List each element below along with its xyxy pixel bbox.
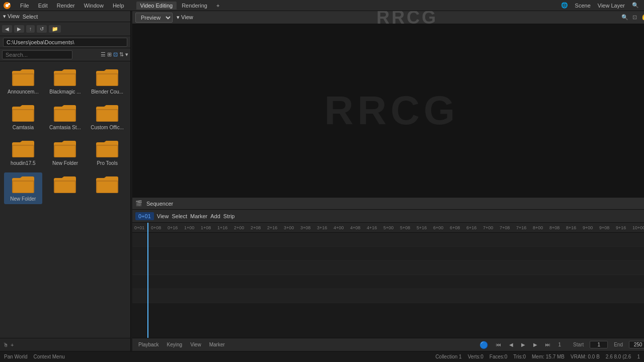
file-item-5[interactable]: Custom Offic... [88,101,126,133]
scene-label: Scene [573,2,593,10]
next-keyframe-btn[interactable]: ⏭ [543,341,552,348]
folder-icon-1 [53,67,77,87]
sort-icon[interactable]: ⇅ [119,51,124,58]
view-dropdown[interactable]: ▾ View [177,14,193,21]
file-item-11[interactable] [88,172,126,204]
menu-window[interactable]: Window [82,2,106,10]
folder-icon-6 [11,139,35,159]
footer-icon-add[interactable]: + [11,342,14,348]
footer-icon-cursor[interactable]: 🖱 [3,342,9,348]
path-input[interactable] [3,38,127,47]
header-view[interactable]: ▾ View [3,13,20,20]
ruler-mark-7: 2+08 [251,225,267,230]
end-label: End [612,341,625,348]
file-item-10[interactable] [46,172,85,204]
menu-render[interactable]: Render [55,2,77,10]
sequencer-timeline[interactable]: 0+010+080+161+001+081+162+002+082+163+00… [132,223,644,338]
nav-parent-button[interactable]: ↑ [26,25,35,33]
ruler-mark-15: 5+00 [383,225,400,230]
playback-btn[interactable]: Playback [136,341,161,348]
marker-btn[interactable]: Marker [207,341,227,348]
ruler-mark-19: 6+08 [450,225,466,230]
header-select[interactable]: Select [23,14,38,20]
tris-status: Tris:0 [513,354,526,359]
sequencer-header: 🎬 Sequencer [132,198,644,210]
main-layout: ▾ View Select ◀ ▶ ↑ ↺ 📁 ☰ ⊞ ⊡ ⇅ ▾ [0,11,644,351]
ruler-mark-17: 5+16 [417,225,433,230]
scene-icon: 🌐 [559,1,570,10]
prev-frame-btn[interactable]: ◀ [507,341,515,348]
file-view-toolbar: ☰ ⊞ ⊡ ⇅ ▾ [0,48,130,61]
file-item-0[interactable]: Announcem... [4,65,42,97]
ruler-mark-0: 0+01 [134,225,151,230]
folder-icon-11 [95,174,119,195]
seq-strip-btn[interactable]: Strip [223,213,235,219]
tab-add[interactable]: + [212,2,223,10]
ruler-mark-9: 3+00 [284,225,300,230]
tab-rendering[interactable]: Rendering [178,2,211,10]
file-item-9[interactable]: New Folder [4,172,42,204]
svg-point-2 [8,3,10,5]
start-frame-input[interactable] [590,341,608,348]
seq-view-btn[interactable]: View [157,213,169,219]
preview-section: Preview ▾ View RRCG 🔍 ⊡ ✋ RRCG [132,11,644,197]
start-label: Start [571,341,586,348]
view-icon-small[interactable]: ⊞ [107,51,112,58]
next-frame-btn[interactable]: ▶ [531,341,539,348]
verts-status: Verts:0 [468,354,484,359]
filter-icon[interactable]: ▾ [125,51,128,58]
search-input[interactable] [2,50,72,59]
timeline-ruler: 0+010+080+161+001+081+162+002+082+163+00… [132,223,644,233]
menu-help[interactable]: Help [111,2,126,10]
tab-video-editing[interactable]: Video Editing [136,2,177,10]
nav-refresh-button[interactable]: ↺ [37,25,47,33]
file-browser-footer: 🖱 + [0,338,130,351]
file-item-8[interactable]: Pro Tools [88,137,126,168]
ruler-mark-10: 3+08 [300,225,317,230]
prev-keyframe-btn[interactable]: ⏮ [494,341,503,348]
hand-icon: ✋ [641,14,644,21]
menu-edit[interactable]: Edit [36,2,50,10]
nav-forward-button[interactable]: ▶ [14,25,24,33]
file-label-8: Pro Tools [97,160,118,166]
folder-icon-10 [53,174,77,195]
ruler-mark-14: 4+16 [367,225,383,230]
view-icon-large[interactable]: ⊡ [113,51,118,58]
search-icon[interactable]: 🔍 [630,1,641,10]
preview-dropdown[interactable]: Preview [135,13,173,23]
frame-num-status: 1 [637,354,640,359]
file-item-7[interactable]: New Folder [46,137,85,168]
ruler-mark-2: 0+16 [168,225,184,230]
timeline-row-3 [132,261,644,275]
view-icon-list[interactable]: ☰ [101,51,106,58]
file-item-4[interactable]: Camtasia St... [46,101,85,133]
ruler-mark-20: 6+16 [466,225,483,230]
status-bar: Pan World Context Menu Collection 1 Vert… [0,351,644,362]
seq-marker-btn[interactable]: Marker [190,213,207,219]
nav-back-button[interactable]: ◀ [2,25,12,33]
file-item-2[interactable]: Blender Cou... [88,65,126,97]
folder-icon-4 [53,103,77,123]
ruler-mark-12: 4+00 [334,225,350,230]
keying-btn[interactable]: Keying [165,341,185,348]
end-frame-input[interactable] [629,341,644,348]
sequencer-panel: 🎬 Sequencer 0+01 View Select Marker Add … [132,197,644,338]
workspace-tabs: Video Editing Rendering + [136,2,224,10]
ruler-mark-1: 0+08 [151,225,168,230]
view-btn[interactable]: View [188,341,203,348]
seq-add-btn[interactable]: Add [210,213,220,219]
ruler-mark-28: 9+08 [599,225,616,230]
seq-select-btn[interactable]: Select [172,213,187,219]
file-item-1[interactable]: Blackmagic ... [46,65,85,97]
file-label-7: New Folder [52,160,78,166]
menu-file[interactable]: File [18,2,31,10]
new-folder-button[interactable]: 📁 [49,25,61,33]
path-bar [0,36,130,48]
ruler-mark-11: 3+16 [317,225,334,230]
play-btn[interactable]: ▶ [519,341,527,348]
ruler-mark-27: 9+00 [583,225,599,230]
file-item-3[interactable]: Camtasia [4,101,42,133]
file-item-6[interactable]: houdin17.5 [4,137,42,168]
fit-icon[interactable]: ⊡ [632,14,637,21]
zoom-icon[interactable]: 🔍 [621,14,628,21]
